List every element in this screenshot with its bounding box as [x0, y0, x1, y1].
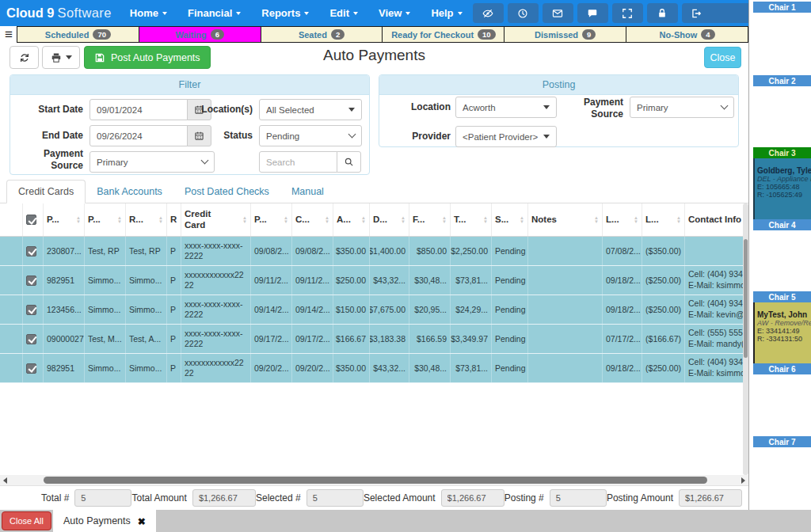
nav-item-help[interactable]: Help: [421, 0, 472, 26]
scroll-right-arrow-icon[interactable]: [741, 477, 745, 484]
cell-select[interactable]: [22, 325, 43, 353]
nav-item-view[interactable]: View: [368, 0, 421, 26]
refresh-button[interactable]: [10, 46, 39, 69]
cell-select[interactable]: [22, 295, 43, 324]
total-field-total-amount: Total Amount: [132, 489, 256, 507]
mail-button[interactable]: [543, 3, 573, 23]
table-row[interactable]: 230807...Test, RPTest, RPPxxxx-xxxx-xxxx…: [0, 237, 743, 266]
table-row[interactable]: 982951Simmo...Simmo...Pxxxxxxxxxxxx22220…: [0, 354, 743, 383]
cell-text: Simmo...: [88, 276, 120, 285]
visibility-off-button[interactable]: [473, 3, 504, 23]
fullscreen-button[interactable]: [612, 3, 643, 23]
column-header-amt[interactable]: A...▲▼: [333, 203, 369, 236]
column-header-status[interactable]: S...▲▼: [491, 203, 527, 236]
column-header-id[interactable]: P...▲▼: [43, 203, 84, 236]
posting-payment-source-select[interactable]: Primary: [630, 97, 734, 118]
chair-header[interactable]: Chair 1: [753, 2, 811, 13]
bottom-tab-auto-payments[interactable]: Auto Payments: [53, 510, 156, 532]
row-checkbox[interactable]: [26, 363, 36, 374]
column-header-pdate[interactable]: P...▲▼: [250, 203, 291, 236]
sort-down-arrow: ▼: [442, 220, 447, 224]
chair-header[interactable]: Chair 4: [753, 219, 811, 230]
close-tab-icon[interactable]: [138, 514, 146, 528]
cell-contact: Cell: (555) 555E-Mail: mandy(: [684, 325, 743, 353]
cell-select[interactable]: [22, 354, 43, 382]
post-auto-payments-button[interactable]: Post Auto Payments: [84, 46, 211, 69]
patient-remaining-time: R: -334131:50: [757, 335, 809, 343]
table-row[interactable]: 09000027Test, M...Test, A...Pxxxx-xxxx-x…: [0, 325, 743, 354]
close-button[interactable]: Close: [704, 47, 741, 68]
row-checkbox[interactable]: [26, 305, 36, 315]
column-header-lamt[interactable]: L...▲▼: [642, 203, 684, 236]
status-tab-dismissed[interactable]: Dismissed9: [504, 26, 626, 43]
column-header-select[interactable]: [22, 203, 43, 236]
row-checkbox[interactable]: [26, 276, 36, 286]
cell-select[interactable]: [22, 237, 43, 265]
menu-icon[interactable]: [0, 26, 17, 43]
column-header-notes[interactable]: Notes▲▼: [527, 203, 602, 236]
lock-button[interactable]: [647, 3, 678, 23]
status-select[interactable]: Pending: [259, 125, 362, 146]
column-header-card[interactable]: Credit Card▲▼: [181, 203, 250, 236]
chair-patient-card[interactable]: MyTest, JohnAW - Remove/RepE: 334141:49R…: [753, 302, 811, 364]
column-header-cdate[interactable]: C...▲▼: [291, 203, 333, 236]
chair-header[interactable]: Chair 7: [753, 436, 811, 447]
chair-header[interactable]: Chair 3: [753, 147, 811, 158]
status-tab-waiting[interactable]: Waiting6: [139, 26, 261, 43]
column-header-damt[interactable]: D...▲▼: [369, 203, 409, 236]
clock-button[interactable]: [508, 3, 539, 23]
search-button[interactable]: [337, 151, 361, 173]
cell-text: $24,29...: [455, 305, 488, 314]
column-header-ldate[interactable]: L...▲▼: [602, 203, 642, 236]
table-row[interactable]: 982951Simmo...Simmo...Pxxxxxxxxxxxx22220…: [0, 266, 743, 295]
search-input[interactable]: [259, 151, 337, 173]
vertical-scrollbar-thumb[interactable]: [744, 239, 748, 358]
posting-location-dropdown[interactable]: Acworth: [455, 97, 557, 118]
cell-select[interactable]: [22, 266, 43, 294]
horizontal-scrollbar-thumb[interactable]: [44, 477, 707, 484]
payment-source-select[interactable]: Primary: [89, 151, 215, 173]
chat-button[interactable]: [577, 3, 608, 23]
vertical-scrollbar[interactable]: [743, 203, 748, 475]
close-all-button[interactable]: Close All: [2, 511, 51, 530]
column-header-famt[interactable]: F...▲▼: [409, 203, 450, 236]
start-date-input[interactable]: [89, 99, 188, 120]
locations-dropdown[interactable]: All Selected: [259, 99, 362, 120]
column-label: P...: [88, 215, 101, 225]
column-header-tamt[interactable]: T...▲▼: [450, 203, 491, 236]
table-row[interactable]: 123456...Simmo...Simmo...Pxxxx-xxxx-xxxx…: [0, 295, 743, 325]
provider-dropdown[interactable]: <Patient Provider>: [455, 126, 557, 147]
chair-header[interactable]: Chair 2: [753, 75, 811, 86]
column-header-resp[interactable]: R...▲▼: [125, 203, 166, 236]
nav-item-reports[interactable]: Reports: [251, 0, 319, 26]
status-tabs: Scheduled70Waiting6Seated2Ready for Chec…: [17, 26, 748, 43]
scroll-left-arrow-icon[interactable]: [3, 477, 7, 484]
status-tab-seated[interactable]: Seated2: [261, 26, 383, 43]
table-body: 230807...Test, RPTest, RPPxxxx-xxxx-xxxx…: [0, 237, 743, 383]
end-date-input[interactable]: [89, 125, 188, 146]
horizontal-scrollbar[interactable]: [0, 475, 748, 485]
column-header-patient[interactable]: P...▲▼: [84, 203, 125, 236]
nav-item-home[interactable]: Home: [120, 0, 177, 26]
tab-manual[interactable]: Manual: [280, 180, 335, 203]
row-checkbox[interactable]: [26, 246, 36, 256]
status-tab-ready-for-checkout[interactable]: Ready for Checkout10: [382, 26, 504, 43]
search-icon: [344, 157, 354, 167]
nav-item-edit[interactable]: Edit: [319, 0, 368, 26]
chair-header[interactable]: Chair 6: [753, 363, 811, 374]
chair-patient-card[interactable]: Goldberg, TylerDEL - Appliance FE: 10566…: [753, 158, 811, 220]
status-tab-no-show[interactable]: No-Show4: [626, 26, 748, 43]
tab-credit-cards[interactable]: Credit Cards: [6, 180, 86, 203]
cell-text: 230807...: [47, 246, 82, 256]
tab-post-dated-checks[interactable]: Post Dated Checks: [173, 180, 280, 203]
nav-item-financial[interactable]: Financial: [177, 0, 251, 26]
select-all-checkbox[interactable]: [26, 215, 36, 225]
status-tab-scheduled[interactable]: Scheduled70: [17, 26, 139, 43]
print-button[interactable]: [42, 46, 80, 69]
filter-panel-title: Filter: [10, 75, 369, 95]
chair-header[interactable]: Chair 5: [753, 291, 811, 302]
tab-bank-accounts[interactable]: Bank Accounts: [86, 180, 173, 203]
status-count-badge: 10: [478, 29, 496, 40]
column-label: Credit Card: [185, 209, 216, 230]
row-checkbox[interactable]: [26, 334, 36, 344]
